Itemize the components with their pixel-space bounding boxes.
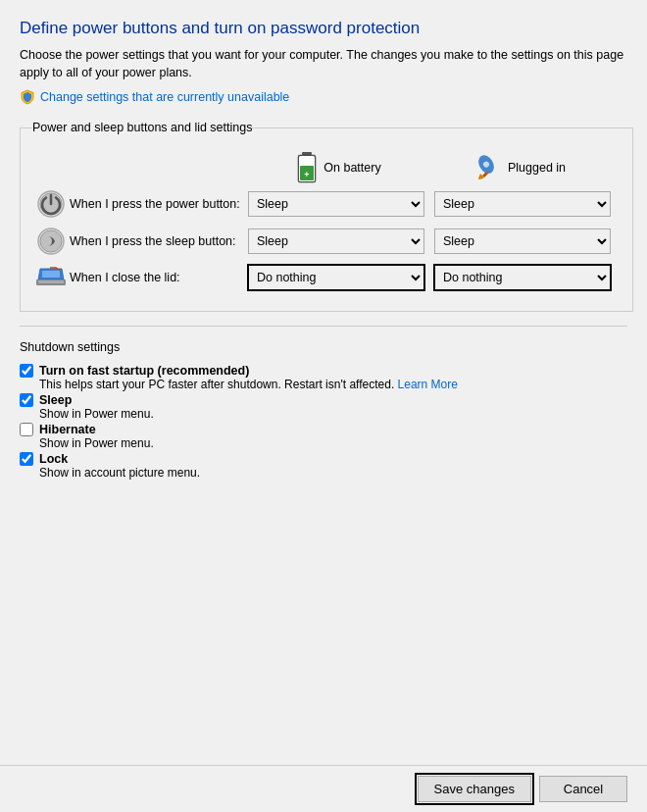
fast-startup-item: Turn on fast startup (recommended) This … [20,364,627,391]
sleep-battery-dropdown[interactable]: Do nothing Sleep Hibernate Shut down Tur… [248,228,424,254]
lid-battery-dropdown-wrap: Do nothing Sleep Hibernate Shut down Tur… [248,265,424,290]
sleep-button-row: When I press the sleep button: Do nothin… [32,227,621,256]
lock-desc: Show in account picture menu. [39,466,627,480]
lid-row: When I close the lid: Do nothing Sleep H… [32,264,621,291]
sleep-pluggedin-dropdown[interactable]: Do nothing Sleep Hibernate Shut down Tur… [434,228,611,254]
sleep-item: Sleep Show in Power menu. [20,393,627,421]
sleep-label[interactable]: Sleep [39,393,72,407]
hibernate-item: Hibernate Show in Power menu. [20,423,627,450]
fast-startup-desc-text: This helps start your PC faster after sh… [39,378,398,391]
section1-title: Power and sleep buttons and lid settings [32,121,252,134]
sleep-battery-dropdown-wrap: Do nothing Sleep Hibernate Shut down Tur… [248,228,424,254]
sleep-button-icon-wrap [32,227,70,256]
fast-startup-bold-label: Turn on fast startup (recommended) [39,364,249,378]
pluggedin-icon [474,154,502,181]
pluggedin-label: Plugged in [508,161,566,175]
power-battery-dropdown[interactable]: Do nothing Sleep Hibernate Shut down Tur… [248,191,424,217]
shield-icon [20,89,35,105]
change-settings-link[interactable]: Change settings that are currently unava… [20,89,627,105]
power-button-icon [36,189,66,219]
sleep-checkbox[interactable] [20,393,33,407]
sleep-pluggedin-dropdown-wrap: Do nothing Sleep Hibernate Shut down Tur… [434,228,611,254]
shutdown-section: Shutdown settings Turn on fast startup (… [20,336,627,485]
lid-battery-dropdown[interactable]: Do nothing Sleep Hibernate Shut down Tur… [248,265,424,290]
power-button-icon-wrap [32,189,70,219]
battery-label: On battery [324,161,380,175]
hibernate-bold-label: Hibernate [39,423,96,436]
lid-icon [34,264,68,291]
lock-item: Lock Show in account picture menu. [20,452,627,480]
fast-startup-desc: This helps start your PC faster after sh… [39,378,627,391]
battery-icon: + [296,152,318,183]
sleep-row: Sleep [20,393,627,407]
sleep-desc: Show in Power menu. [39,407,627,421]
save-changes-button[interactable]: Save changes [418,776,531,802]
fast-startup-row: Turn on fast startup (recommended) [20,364,627,378]
power-button-row: When I press the power button: Do nothin… [32,189,621,219]
hibernate-row: Hibernate [20,423,627,436]
svg-rect-0 [302,152,312,155]
section2-title: Shutdown settings [20,340,627,354]
pluggedin-header: Plugged in [429,154,611,181]
section-divider [20,326,627,327]
fast-startup-checkbox[interactable] [20,364,33,378]
lid-label: When I close the lid: [70,271,248,284]
cancel-button[interactable]: Cancel [539,776,627,802]
lid-icon-wrap [32,264,70,291]
lid-pluggedin-dropdown-wrap: Do nothing Sleep Hibernate Shut down Tur… [434,265,611,290]
power-battery-dropdown-wrap: Do nothing Sleep Hibernate Shut down Tur… [248,191,424,217]
lock-label[interactable]: Lock [39,452,68,466]
power-pluggedin-dropdown-wrap: Do nothing Sleep Hibernate Shut down Tur… [434,191,611,217]
lock-bold-label: Lock [39,452,68,466]
page-title: Define power buttons and turn on passwor… [20,18,627,39]
sleep-button-icon [36,227,66,256]
sleep-bold-label: Sleep [39,393,72,407]
hibernate-desc: Show in Power menu. [39,436,627,450]
column-headers: + On battery Plugged in [32,152,621,183]
svg-text:+: + [305,170,310,179]
battery-header: + On battery [248,152,429,183]
bottom-bar: Save changes Cancel [0,765,647,812]
svg-rect-14 [42,271,60,278]
power-sleep-section: Power and sleep buttons and lid settings… [20,121,633,312]
change-settings-text: Change settings that are currently unava… [40,90,289,104]
svg-point-11 [40,230,62,252]
svg-rect-13 [38,279,64,283]
sleep-button-label: When I press the sleep button: [70,234,248,248]
lock-checkbox[interactable] [20,452,33,466]
power-button-label: When I press the power button: [70,197,248,211]
fast-startup-learn-more[interactable]: Learn More [398,378,458,391]
hibernate-checkbox[interactable] [20,423,33,436]
lock-row: Lock [20,452,627,466]
fast-startup-label[interactable]: Turn on fast startup (recommended) [39,364,249,378]
lid-pluggedin-dropdown[interactable]: Do nothing Sleep Hibernate Shut down Tur… [434,265,611,290]
page-description: Choose the power settings that you want … [20,47,627,81]
hibernate-label[interactable]: Hibernate [39,423,96,436]
power-pluggedin-dropdown[interactable]: Do nothing Sleep Hibernate Shut down Tur… [434,191,611,217]
